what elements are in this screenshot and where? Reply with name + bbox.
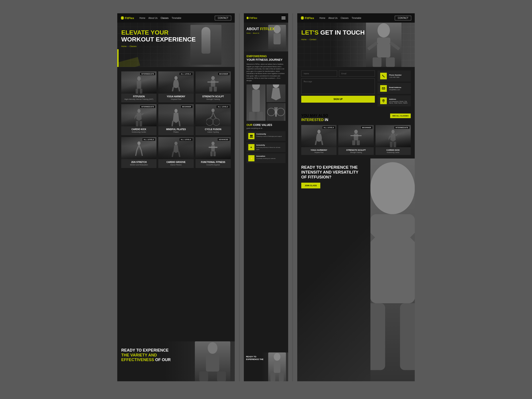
contact-breadcrumb: Home › Contact — [301, 38, 365, 41]
email-input[interactable] — [339, 70, 375, 77]
signup-button[interactable]: Sign Up — [301, 96, 375, 103]
breadcrumb-home-1[interactable]: Home — [121, 45, 127, 47]
logo-classes[interactable]: FitFlex — [121, 16, 134, 20]
email-value: info@fitflex.com — [389, 89, 401, 90]
svg-point-12 — [137, 109, 140, 113]
nav-about-1[interactable]: About Us — [149, 17, 158, 19]
card-info-7: ZEN STRETCH Stretch and Relaxation — [121, 159, 157, 168]
contact-hero-content: LET'S GET IN TOUCH Home › Contact — [301, 29, 365, 41]
svg-point-54 — [378, 23, 390, 38]
contact-info-cards: Phone Number +123 456 7890 Email Address… — [378, 70, 411, 106]
person-silhouette-4 — [134, 109, 143, 126]
card-name-3: STRENGTH SCULPT — [197, 95, 229, 98]
svg-rect-2 — [136, 89, 138, 94]
svg-line-19 — [179, 121, 180, 126]
panel3-footer: READY TO EXPERIENCE THE INTENSITY AND VE… — [297, 158, 415, 381]
svg-rect-69 — [357, 140, 360, 145]
person-silhouette-5 — [171, 109, 180, 126]
svg-rect-3 — [140, 89, 142, 94]
join-class-button[interactable]: JOIN CLASS — [301, 183, 320, 188]
hamburger-line-3 — [282, 19, 285, 19]
int-img-cardio: INTERMEDIATE — [375, 125, 411, 147]
svg-line-64 — [322, 140, 323, 145]
int-card-yoga[interactable]: ALL LEVELS YOGA HARMONY Vinyasa Flow — [301, 125, 336, 155]
contact-button-3[interactable]: CONTACT — [395, 16, 411, 20]
nav-home-3[interactable]: Home — [319, 17, 325, 19]
contact-body: Sign Up Phone Number +123 456 7890 Email… — [297, 67, 415, 110]
person-silhouette-8 — [171, 141, 180, 159]
hero-breadcrumb: Home › Classes — [121, 45, 196, 47]
p3-footer-person — [370, 158, 415, 381]
svg-rect-34 — [199, 372, 208, 381]
about-body-text: Welcome to FitFlex, where we believe tha… — [247, 63, 285, 82]
footer-text-1: READY TO EXPERIENCE THE VARIETY AND EFFE… — [121, 348, 171, 362]
class-card-yoga[interactable]: ALL LEVELS YOGA HARMONY Vinyasa Flow — [158, 71, 194, 102]
inclusivity-text: Inclusivity Embracing diversity in fitne… — [256, 144, 284, 150]
nav-about-3[interactable]: About Us — [329, 17, 338, 19]
svg-rect-68 — [352, 140, 355, 145]
class-card-groove[interactable]: ALL LEVELS CARDIO GROOVE Dance Fitness — [158, 137, 194, 168]
nav-timetable-3[interactable]: Timetable — [352, 17, 361, 19]
contact-button-1[interactable]: CONTACT — [215, 16, 231, 20]
class-card-functional[interactable]: ADVANCED FUNCTIONAL FITNESS CrossFit-ins… — [196, 137, 231, 168]
about-bc-home[interactable]: Home — [247, 32, 251, 34]
badge-5: BEGINNER — [181, 106, 192, 108]
footer-line3: EFFECTIVENESS OF OUR — [121, 358, 171, 362]
nav-timetable-1[interactable]: Timetable — [171, 17, 181, 19]
hero-left-accent — [117, 49, 119, 67]
card-info-8: CARDIO GROOVE Dance Fitness — [158, 159, 194, 168]
int-info-cardio: CARDIO KICK Kickboxing Cardio — [375, 147, 411, 155]
interested-line2: INTERESTED IN — [301, 118, 328, 122]
svg-point-22 — [213, 118, 220, 126]
svg-line-72 — [396, 134, 398, 136]
email-title: Email Address — [389, 86, 401, 89]
nav-home-1[interactable]: Home — [139, 17, 146, 19]
class-card-stretch[interactable]: ALL LEVELS ZEN STRETCH Stretch and Relax… — [121, 137, 157, 168]
about-breadcrumb: Home › About Us — [247, 32, 274, 34]
badge-9: ADVANCED — [218, 138, 229, 141]
card-name-4: CARDIO KICK — [123, 128, 155, 131]
contact-form-row-1 — [301, 70, 375, 77]
badge-2: ALL LEVELS — [180, 73, 192, 75]
logo-about[interactable]: FitFlex — [247, 17, 257, 19]
svg-rect-58 — [373, 57, 381, 67]
info-card-address: Address 123 Wanderer Street, City Name, … — [378, 95, 411, 106]
about-hero: ABOUT FITFLEX Home › About Us — [244, 23, 288, 51]
int-card-cardio[interactable]: INTERMEDIATE CARDIO KICK Kickboxing Card… — [375, 125, 411, 155]
hamburger-menu[interactable] — [282, 17, 285, 19]
interested-in: IN — [325, 118, 328, 122]
contact-title-white2: GET IN TOUCH — [320, 29, 365, 36]
badge-3: BEGINNER — [218, 73, 229, 75]
svg-rect-29 — [209, 147, 217, 148]
int-card-strength[interactable]: BEGINNER STRENGTH SCULPT Strength Traini… — [338, 125, 374, 155]
community-title: Community — [256, 133, 282, 135]
svg-line-14 — [142, 113, 143, 115]
card-type-1: High-Intensity Interval Training (HIIT) — [123, 98, 155, 100]
contact-bc-home[interactable]: Home — [301, 38, 307, 41]
innovation-text: Innovation Constantly evolving our metho… — [256, 155, 276, 159]
name-input[interactable] — [301, 70, 337, 77]
class-card-fitfusion[interactable]: INTERMEDIATE FITFUSION High-Intensity In… — [121, 71, 157, 102]
logo-icon — [121, 16, 124, 19]
svg-rect-35 — [217, 372, 226, 381]
badge-6: ALL LEVELS — [216, 106, 229, 108]
class-card-cardio[interactable]: INTERMEDIATE CARDIO KICK Kickboxing Card… — [121, 104, 157, 135]
logo-icon-3 — [301, 16, 304, 19]
logo-contact[interactable]: FitFlex — [301, 16, 314, 20]
see-all-button[interactable]: SEE ALL CLASSES — [390, 114, 411, 118]
inclusivity-title: Inclusivity — [256, 144, 284, 146]
nav-classes-1[interactable]: Classes — [161, 17, 169, 19]
class-card-cycle[interactable]: ALL LEVELS CYCLE FUSION Indoor Cycling — [196, 104, 231, 135]
message-textarea[interactable] — [301, 78, 375, 94]
contact-hero-person — [366, 23, 401, 67]
about-footer: READY TO EXPERIENCE THE — [244, 352, 288, 381]
card-type-6: Indoor Cycling — [197, 131, 229, 133]
nav-classes-3[interactable]: Classes — [341, 17, 349, 19]
class-card-pilates[interactable]: BEGINNER MINDFUL PILATES Pilates — [158, 104, 194, 135]
person-silhouette-9 — [209, 141, 217, 159]
class-card-strength[interactable]: BEGINNER STRENGTH SCULPT Strength Traini… — [196, 71, 231, 102]
svg-rect-41 — [257, 112, 263, 121]
svg-point-32 — [208, 342, 217, 354]
svg-rect-40 — [249, 112, 255, 121]
address-value: 123 Wanderer Street, City Name, State Na… — [389, 101, 408, 104]
